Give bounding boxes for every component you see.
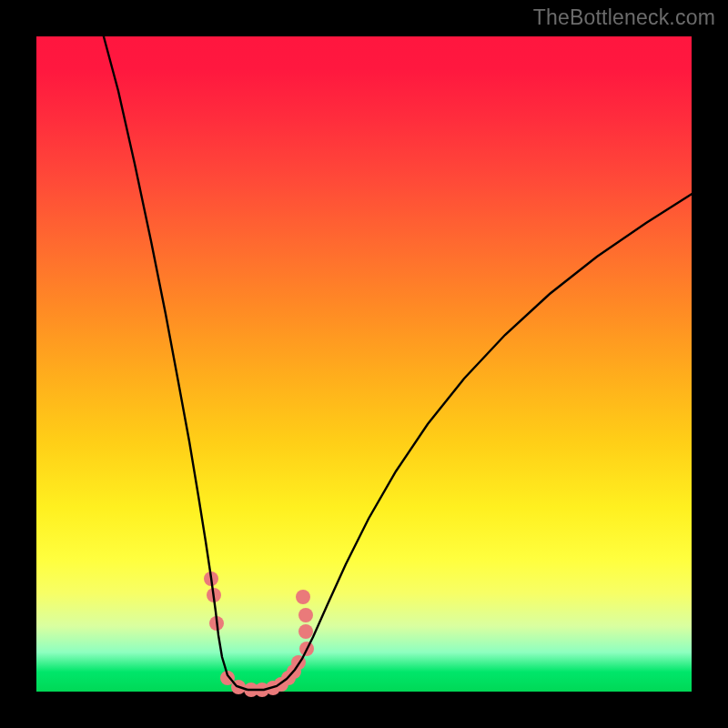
data-point-marker [296, 590, 310, 604]
data-point-marker [298, 624, 313, 639]
curve-right-branch [248, 193, 693, 690]
data-point-marker [298, 608, 313, 622]
watermark-text: TheBottleneck.com [533, 5, 715, 30]
plot-area [36, 36, 692, 692]
chart-frame: TheBottleneck.com [0, 0, 728, 728]
curve-left-branch [98, 16, 248, 690]
markers-group [204, 571, 314, 697]
chart-svg [36, 36, 692, 692]
